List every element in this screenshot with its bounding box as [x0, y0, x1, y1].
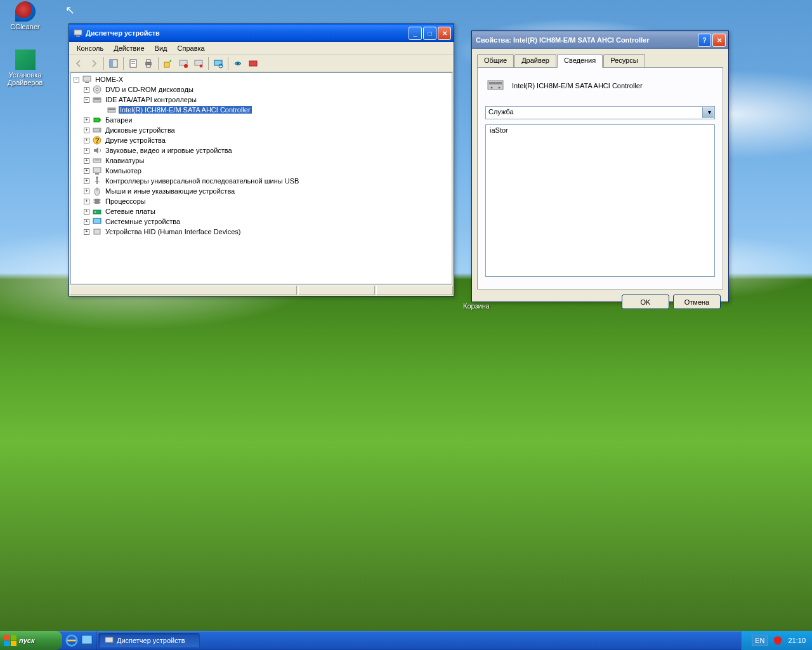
menubar: Консоль Действие Вид Справка: [69, 42, 454, 55]
tree-root[interactable]: − HOME-X: [72, 74, 450, 84]
show-desktop-icon[interactable]: [80, 633, 94, 647]
expander-icon[interactable]: +: [84, 158, 89, 164]
tree-label[interactable]: Клавиатуры: [104, 157, 145, 164]
expander-icon[interactable]: +: [84, 128, 89, 133]
svg-rect-57: [84, 645, 91, 646]
expander-icon[interactable]: +: [84, 117, 89, 123]
svg-rect-0: [74, 30, 82, 35]
list-item[interactable]: iaStor: [490, 126, 710, 134]
expander-icon[interactable]: −: [74, 77, 79, 83]
svg-point-54: [499, 87, 501, 89]
menu-action[interactable]: Действие: [108, 43, 149, 53]
expander-icon[interactable]: +: [84, 219, 89, 225]
expander-icon[interactable]: +: [84, 87, 89, 93]
tree-node[interactable]: +Звуковые, видео и игровые устройства: [72, 145, 450, 156]
expander-icon[interactable]: −: [84, 97, 89, 103]
tree-node[interactable]: +Процессоры: [72, 196, 450, 206]
tree-label[interactable]: IDE ATA/ATAPI контроллеры: [104, 96, 198, 103]
tree-node[interactable]: +Дисковые устройства: [72, 125, 450, 135]
tab-resources[interactable]: Ресурсы: [603, 54, 645, 67]
expander-icon[interactable]: +: [84, 229, 89, 235]
update-driver-button[interactable]: [161, 56, 175, 70]
clock[interactable]: 21:10: [788, 637, 806, 644]
expander-icon[interactable]: +: [84, 199, 89, 204]
tree-label[interactable]: Контроллеры универсальной последовательн…: [104, 177, 300, 185]
tree-node[interactable]: +DVD и CD-ROM дисководы: [72, 84, 450, 95]
property-value-list[interactable]: iaStor: [485, 124, 715, 277]
language-indicator[interactable]: EN: [752, 635, 768, 646]
device-category-icon: [92, 84, 102, 95]
taskbar-button-devmgr[interactable]: Диспетчер устройств: [98, 633, 200, 648]
tree-node[interactable]: +Батареи: [72, 115, 450, 125]
property-dropdown[interactable]: Служба: [485, 106, 715, 119]
tree-label[interactable]: Дисковые устройства: [104, 126, 176, 134]
expander-icon[interactable]: +: [84, 209, 89, 215]
tree-node[interactable]: +Контроллеры универсальной последователь…: [72, 176, 450, 186]
tree-node[interactable]: +Мыши и иные указывающие устройства: [72, 186, 450, 196]
tree-label[interactable]: HOME-X: [94, 76, 124, 83]
tree-node[interactable]: +?Другие устройства: [72, 135, 450, 145]
ok-button[interactable]: OK: [622, 295, 669, 309]
tab-details[interactable]: Сведения: [557, 54, 603, 68]
properties-dialog: Свойства: Intel(R) ICH8M-E/M SATA AHCI C…: [471, 30, 729, 302]
tab-general[interactable]: Общие: [477, 54, 514, 67]
menu-console[interactable]: Консоль: [72, 43, 108, 53]
tree-node[interactable]: +Компьютер: [72, 166, 450, 176]
uninstall-button[interactable]: [192, 56, 206, 70]
desktop-icon-ccleaner[interactable]: CCleaner: [1, 1, 49, 30]
tree-label[interactable]: Другие устройства: [104, 136, 167, 144]
close-button[interactable]: ✕: [712, 34, 726, 47]
print-button[interactable]: [141, 56, 155, 70]
desktop-icon-drivers[interactable]: Установка Драйверов: [1, 50, 49, 86]
tree-label[interactable]: Устройства HID (Human Interface Devices): [104, 228, 242, 235]
security-icon[interactable]: [773, 635, 783, 646]
tree-label[interactable]: DVD и CD-ROM дисководы: [104, 86, 195, 93]
cancel-button[interactable]: Отмена: [673, 295, 721, 309]
tree-node[interactable]: +Устройства HID (Human Interface Devices…: [72, 227, 450, 237]
menu-view[interactable]: Вид: [150, 43, 173, 53]
toolbar-separator: [103, 57, 104, 70]
start-button[interactable]: пуск: [0, 631, 62, 650]
tree-label[interactable]: Звуковые, видео и игровые устройства: [104, 147, 233, 154]
tree-label[interactable]: Процессоры: [104, 197, 147, 205]
tab-driver[interactable]: Драйвер: [514, 54, 556, 67]
expander-icon[interactable]: +: [84, 178, 89, 184]
desktop[interactable]: ↖ CCleaner Установка Драйверов Корзина Д…: [0, 0, 812, 650]
expander-icon[interactable]: +: [84, 189, 89, 194]
tree-label[interactable]: Intel(R) ICH8M-E/M SATA AHCI Controller: [119, 106, 252, 114]
tree-node[interactable]: +Клавиатуры: [72, 156, 450, 166]
menu-help[interactable]: Справка: [173, 43, 210, 53]
ie-icon[interactable]: [65, 633, 79, 647]
tree-node-child[interactable]: Intel(R) ICH8M-E/M SATA AHCI Controller: [72, 105, 450, 115]
disable-button[interactable]: [176, 56, 190, 70]
tree-node[interactable]: +Системные устройства: [72, 216, 450, 227]
tree-node[interactable]: +Сетевые платы: [72, 206, 450, 216]
svg-rect-18: [83, 76, 91, 81]
dialog-title: Свойства: Intel(R) ICH8M-E/M SATA AHCI C…: [476, 36, 698, 44]
scan-hardware-button[interactable]: [211, 56, 225, 70]
titlebar[interactable]: Диспетчер устройств _ □ ✕: [69, 24, 454, 42]
close-button[interactable]: ✕: [438, 27, 451, 40]
tree-label[interactable]: Сетевые платы: [104, 208, 157, 215]
forward-button[interactable]: [87, 56, 101, 70]
show-hide-console-button[interactable]: [107, 56, 121, 70]
expander-icon[interactable]: +: [84, 168, 89, 174]
deja-button[interactable]: [231, 56, 245, 70]
tree-label[interactable]: Мыши и иные указывающие устройства: [104, 187, 236, 195]
tree-label[interactable]: Компьютер: [104, 167, 143, 175]
titlebar[interactable]: Свойства: Intel(R) ICH8M-E/M SATA AHCI C…: [472, 31, 728, 49]
dejavu-button[interactable]: [246, 56, 260, 70]
properties-button[interactable]: [126, 56, 140, 70]
tree-node[interactable]: −IDE ATA/ATAPI контроллеры: [72, 95, 450, 105]
help-button[interactable]: ?: [698, 34, 711, 47]
tree-label[interactable]: Батареи: [104, 116, 134, 124]
expander-icon[interactable]: +: [84, 138, 89, 143]
minimize-button[interactable]: _: [409, 27, 422, 40]
back-button[interactable]: [72, 56, 86, 70]
svg-rect-14: [214, 60, 222, 65]
svg-rect-25: [108, 109, 115, 110]
tree-label[interactable]: Системные устройства: [104, 218, 181, 225]
maximize-button[interactable]: □: [423, 27, 436, 40]
device-tree[interactable]: − HOME-X +DVD и CD-ROM дисководы−IDE ATA…: [70, 72, 452, 284]
expander-icon[interactable]: +: [84, 148, 89, 154]
